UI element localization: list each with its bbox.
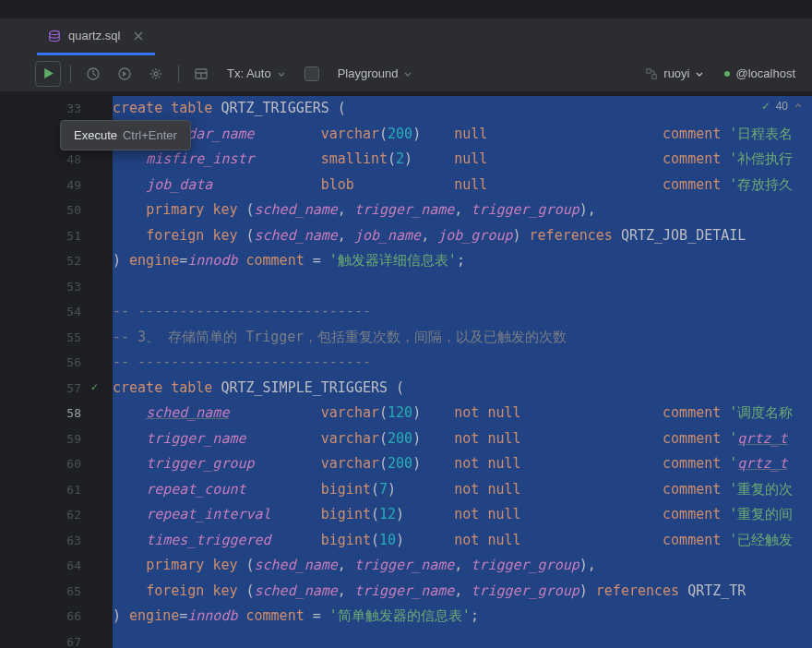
code-line: -- ---------------------------- (113, 350, 812, 376)
schema-icon (645, 67, 658, 80)
tab-file[interactable]: quartz.sql (37, 18, 155, 55)
execute-tooltip: Execute Ctrl+Enter (60, 120, 191, 150)
svg-rect-6 (652, 74, 656, 78)
run-gutter-check-icon: ✓ (91, 376, 98, 402)
code-line: repeat_interval bigint(12) not null comm… (113, 502, 812, 528)
code-line: -- 3、 存储简单的 Trigger，包括重复次数，间隔，以及已触发的次数 (113, 325, 812, 351)
code-line: ) engine=innodb comment = '简单触发器的信息表'; (113, 604, 812, 630)
toolbar: Tx: Auto Playground ruoyi @localhost (0, 55, 812, 92)
datasource-name: ruoyi (663, 66, 689, 80)
database-icon (48, 30, 61, 42)
code-line: calendar_name varchar(200) null comment … (113, 122, 812, 148)
code-content[interactable]: create table QRTZ_TRIGGERS ( calendar_na… (102, 92, 812, 648)
editor[interactable]: 334748495051525354555657✓585960616263646… (0, 92, 812, 648)
chevron-down-icon (403, 69, 412, 78)
output-layout-icon[interactable] (188, 61, 214, 87)
readonly-checkbox[interactable] (299, 61, 325, 87)
code-line: repeat_count bigint(7) not null comment … (113, 477, 812, 503)
tab-filename: quartz.sql (68, 29, 120, 42)
code-line: job_data blob null comment '存放持久 (113, 173, 812, 198)
svg-rect-5 (647, 68, 651, 72)
line-gutter: 334748495051525354555657✓585960616263646… (0, 92, 102, 648)
console-label: Playground (338, 66, 399, 80)
code-line: trigger_name varchar(200) not null comme… (113, 426, 812, 452)
connected-icon (724, 71, 730, 77)
code-line: -- ---------------------------- (113, 299, 812, 325)
session-selector[interactable]: @localhost (717, 66, 803, 80)
settings-icon[interactable] (143, 61, 169, 87)
code-line: trigger_group varchar(200) not null comm… (113, 451, 812, 477)
tab-bar: quartz.sql (0, 18, 812, 55)
tooltip-label: Execute (74, 128, 117, 142)
history-icon[interactable] (80, 61, 106, 87)
code-line: create table QRTZ_TRIGGERS ( (113, 96, 812, 122)
tx-mode-label: Tx: Auto (227, 66, 271, 80)
datasource-selector[interactable]: ruoyi (638, 66, 711, 80)
code-line: foreign key (sched_name, job_name, job_g… (113, 223, 812, 249)
session-host: @localhost (735, 66, 795, 80)
code-line: primary key (sched_name, trigger_name, t… (113, 198, 812, 223)
code-line: ) engine=innodb comment = '触发器详细信息表'; (113, 248, 812, 274)
problems-widget[interactable]: ✓ 40 (761, 100, 803, 113)
check-icon: ✓ (761, 100, 770, 113)
chevron-up-icon (794, 102, 803, 111)
svg-point-0 (50, 30, 60, 34)
code-line: sched_name varchar(120) not null comment… (113, 401, 812, 426)
code-line: create table QRTZ_SIMPLE_TRIGGERS ( (113, 376, 812, 402)
chevron-down-icon (695, 69, 704, 78)
execute-button[interactable] (35, 61, 61, 87)
tx-mode-dropdown[interactable]: Tx: Auto (220, 61, 293, 87)
code-line: primary key (sched_name, trigger_name, t… (113, 553, 812, 579)
code-line (113, 274, 812, 300)
tooltip-shortcut: Ctrl+Enter (123, 128, 177, 142)
close-icon[interactable] (133, 30, 144, 42)
console-dropdown[interactable]: Playground (330, 61, 421, 87)
code-line (113, 630, 812, 649)
chevron-down-icon (277, 69, 286, 78)
explain-plan-icon[interactable] (112, 61, 137, 87)
code-line: foreign key (sched_name, trigger_name, t… (113, 579, 812, 605)
code-line: times_triggered bigint(10) not null comm… (113, 528, 812, 554)
problems-count: 40 (776, 100, 788, 113)
svg-point-3 (154, 72, 158, 76)
code-line: misfire_instr smallint(2) null comment '… (113, 147, 812, 173)
